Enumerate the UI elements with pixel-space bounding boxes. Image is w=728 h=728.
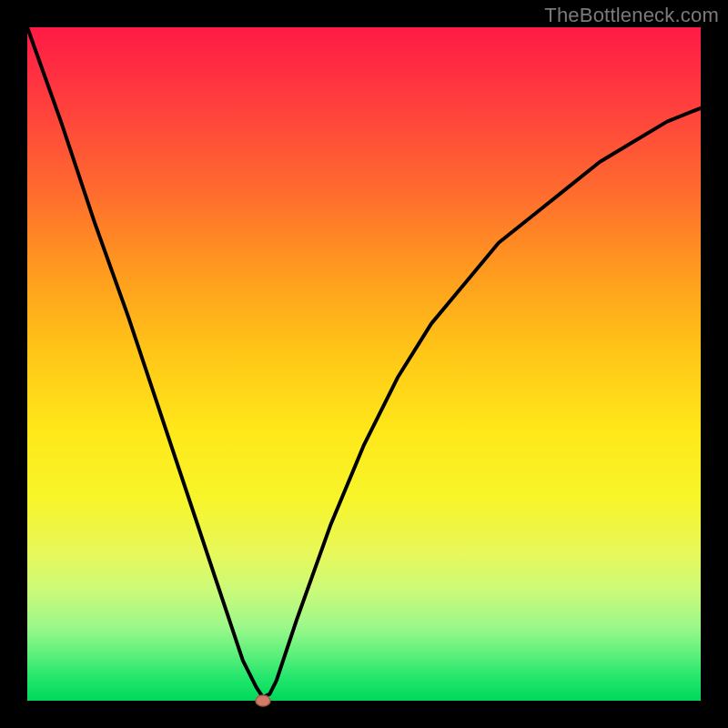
- optimal-marker: [256, 695, 270, 706]
- plot-svg: [27, 27, 701, 701]
- bottleneck-curve: [27, 27, 701, 697]
- chart-stage: TheBottleneck.com: [0, 0, 728, 728]
- plot-area: [27, 27, 701, 701]
- watermark-text: TheBottleneck.com: [544, 4, 719, 27]
